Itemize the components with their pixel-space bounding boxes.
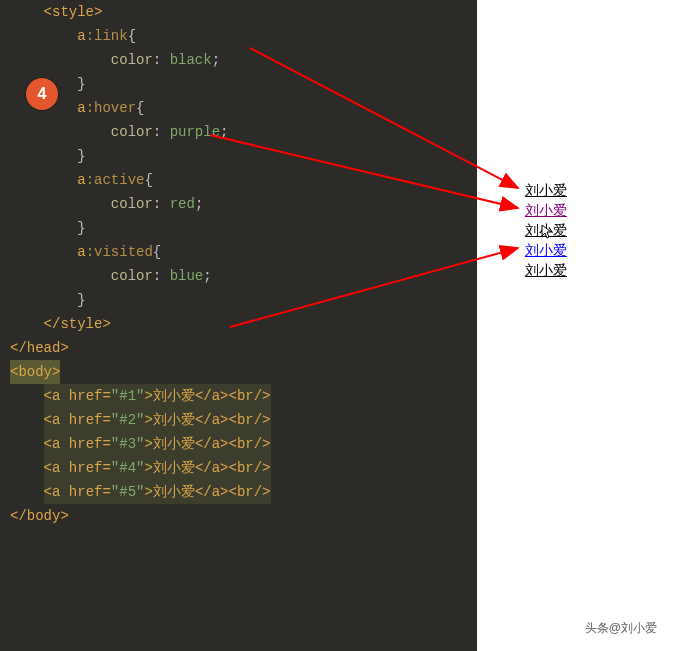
- cursor-icon: [541, 224, 553, 240]
- code-line: color: purple;: [0, 120, 477, 144]
- preview-link[interactable]: 刘小爱: [525, 242, 567, 260]
- code-line: }: [0, 144, 477, 168]
- code-line: a:link{: [0, 24, 477, 48]
- preview-link[interactable]: 刘小爱: [525, 262, 567, 280]
- code-line: }: [0, 216, 477, 240]
- code-line: <a href="#4">刘小爱</a><br/>: [0, 456, 477, 480]
- code-line: }: [0, 288, 477, 312]
- code-line: color: red;: [0, 192, 477, 216]
- preview-link[interactable]: 刘小爱: [525, 202, 567, 220]
- code-line: color: black;: [0, 48, 477, 72]
- code-line: a:hover{: [0, 96, 477, 120]
- step-badge: 4: [26, 78, 58, 110]
- code-line: <a href="#1">刘小爱</a><br/>: [0, 384, 477, 408]
- code-line: </head>: [0, 336, 477, 360]
- code-line: <a href="#2">刘小爱</a><br/>: [0, 408, 477, 432]
- code-line: }: [0, 72, 477, 96]
- code-line: color: blue;: [0, 264, 477, 288]
- code-line: </style>: [0, 312, 477, 336]
- browser-preview: 刘小爱 刘小爱 刘小爱 刘小爱 刘小爱: [477, 0, 675, 651]
- watermark: 头条@刘小爱: [585, 620, 657, 637]
- code-line: <a href="#5">刘小爱</a><br/>: [0, 480, 477, 504]
- code-line: <body>: [0, 360, 477, 384]
- code-line: </body>: [0, 504, 477, 528]
- code-editor: 4 <style> a:link{ color: black; } a:hove…: [0, 0, 477, 651]
- code-line: a:active{: [0, 168, 477, 192]
- code-line: <a href="#3">刘小爱</a><br/>: [0, 432, 477, 456]
- code-line: <style>: [0, 0, 477, 24]
- code-line: a:visited{: [0, 240, 477, 264]
- preview-link[interactable]: 刘小爱: [525, 182, 567, 200]
